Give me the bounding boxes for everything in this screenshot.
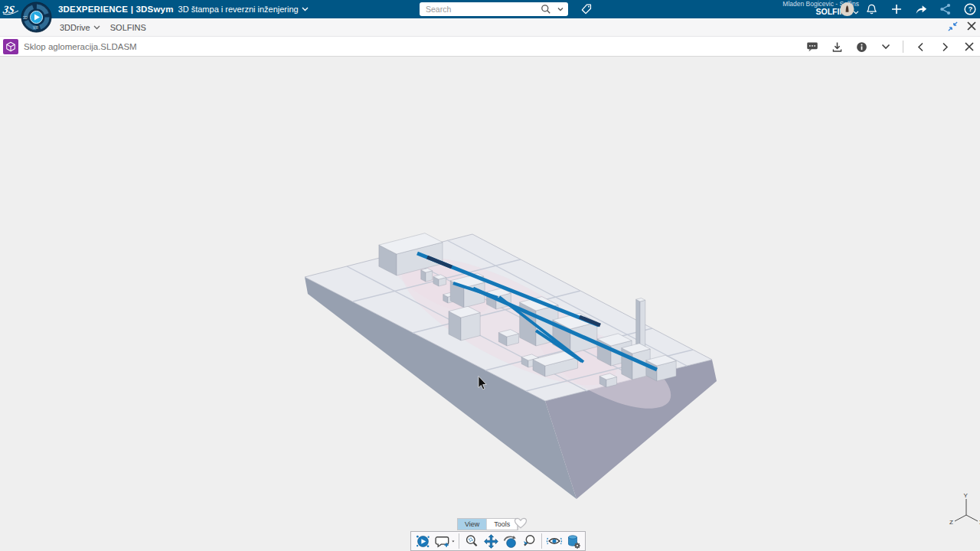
share-network-glyph — [939, 2, 952, 16]
divider — [903, 41, 903, 53]
breadcrumb-org[interactable]: SOLFINS — [110, 23, 146, 32]
svg-text:?: ? — [968, 5, 972, 13]
compass-icon[interactable]: 3D V.R — [21, 2, 52, 33]
prev-icon[interactable] — [913, 39, 928, 54]
comments-icon[interactable] — [805, 39, 820, 54]
viewer-toolbar — [410, 531, 586, 551]
divider — [541, 533, 542, 549]
zoom-area-glyph — [521, 533, 537, 549]
zoom-icon[interactable] — [462, 533, 481, 549]
viewer-tabstrip: View Tools — [457, 518, 518, 530]
search-icon[interactable] — [540, 3, 552, 15]
divider — [459, 533, 459, 549]
svg-text:V.R: V.R — [33, 26, 39, 30]
axis-label-y: Y — [964, 492, 969, 499]
cube-glyph — [5, 41, 16, 52]
axis-triad — [955, 499, 978, 521]
model-scene: Y Z X — [0, 57, 980, 551]
brand-title: 3DEXPERIENCE | 3DSwym — [58, 5, 174, 14]
search-chevron-down-icon[interactable] — [556, 5, 565, 14]
svg-text:3D: 3D — [23, 16, 28, 20]
share-network-icon[interactable] — [938, 2, 952, 17]
global-search[interactable] — [420, 2, 568, 16]
tab-view[interactable]: View — [458, 519, 487, 530]
next-icon[interactable] — [937, 39, 952, 54]
chevron-down-icon — [302, 7, 309, 11]
viewer-canvas[interactable]: Y Z X View Tools — [0, 57, 980, 551]
add-content-icon[interactable] — [889, 2, 903, 17]
document-3d-icon — [3, 39, 18, 54]
dassault-logo-glyph: 3S — [2, 0, 21, 18]
community-name: 3D štampa i reverzni inženjering — [178, 5, 299, 14]
close-glyph — [964, 41, 975, 52]
more-actions-chevron-icon[interactable] — [878, 39, 893, 54]
axis-label-z: Z — [949, 519, 953, 526]
close-document-icon[interactable] — [962, 39, 977, 54]
zoom-area-icon[interactable] — [520, 533, 538, 549]
breadcrumb: 3DDrive SOLFINS — [60, 18, 146, 37]
drive-menu[interactable]: 3DDrive — [60, 23, 100, 32]
play-3d-icon[interactable] — [413, 533, 432, 549]
notifications-bell-icon[interactable] — [864, 2, 879, 17]
drive-label: 3DDrive — [60, 23, 90, 32]
download-icon[interactable] — [829, 39, 844, 54]
chevron-down-glyph — [881, 44, 890, 50]
data-settings-glyph — [566, 533, 581, 549]
community-switcher[interactable]: 3D štampa i reverzni inženjering — [178, 5, 309, 14]
compass-glyph: 3D V.R — [21, 2, 52, 33]
rotate-glyph — [502, 533, 518, 549]
heart-glyph — [514, 517, 528, 529]
search-input[interactable] — [426, 5, 540, 14]
tag-glyph — [580, 3, 593, 16]
tag-icon[interactable] — [578, 2, 593, 16]
download-glyph — [831, 41, 844, 54]
plus-glyph — [890, 3, 903, 15]
dassault-logo: 3S — [2, 0, 21, 18]
avatar[interactable] — [840, 2, 854, 17]
info-glyph — [855, 41, 868, 54]
help-glyph: ? — [963, 2, 977, 16]
collapse-glyph — [947, 21, 959, 32]
view-mode-glyph — [546, 533, 563, 549]
comment-add-glyph — [434, 533, 455, 549]
chevron-right-glyph — [942, 42, 949, 52]
breadcrumb-bar: 3DDrive SOLFINS — [0, 18, 980, 37]
heart-icon[interactable] — [514, 517, 528, 532]
data-settings-icon[interactable] — [564, 533, 583, 549]
avatar-glyph — [840, 2, 854, 17]
drive-chevron-down-icon — [93, 25, 100, 30]
comment-glyph — [805, 40, 819, 54]
info-icon[interactable] — [854, 39, 869, 54]
pan-icon[interactable] — [482, 533, 500, 549]
collapse-icon[interactable] — [947, 21, 959, 35]
share-arrow-glyph — [914, 2, 928, 16]
pan-glyph — [483, 533, 499, 549]
rotate-icon[interactable] — [501, 533, 519, 549]
close-widget-icon[interactable] — [966, 21, 977, 34]
share-arrow-icon[interactable] — [913, 2, 928, 17]
bell-glyph — [865, 3, 878, 16]
comment-add-icon[interactable] — [433, 533, 456, 549]
zoom-glyph — [464, 533, 479, 549]
document-bar: Sklop aglomeracija.SLDASM — [0, 37, 980, 57]
help-icon[interactable]: ? — [962, 2, 977, 17]
view-mode-icon[interactable] — [545, 533, 564, 549]
close-glyph — [966, 21, 977, 31]
top-app-bar: 3S 3D V.R 3DEXPERIENCE | 3DSwym 3D štamp… — [0, 0, 980, 18]
play-3d-glyph — [415, 533, 431, 549]
chevron-left-glyph — [917, 42, 924, 52]
document-title: Sklop aglomeracija.SLDASM — [24, 37, 137, 57]
